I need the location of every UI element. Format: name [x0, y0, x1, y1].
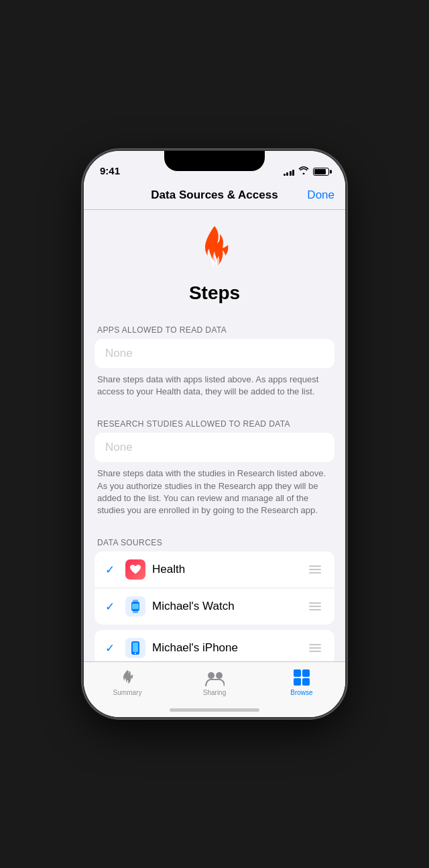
apps-allowed-card: None [95, 339, 334, 368]
research-studies-none: None [95, 433, 334, 462]
app-title: Steps [189, 282, 240, 304]
svg-rect-2 [133, 611, 138, 613]
nav-title: Data Sources & Access [151, 188, 278, 202]
wifi-icon [298, 166, 309, 176]
status-time: 9:41 [100, 165, 120, 176]
iphone-card: ✓ Michael's iPhone [95, 630, 334, 661]
iphone-device-icon [131, 641, 140, 655]
summary-tab-label: Summary [113, 689, 142, 696]
app-icon-section: Steps [84, 210, 345, 315]
status-icons [284, 166, 330, 176]
battery-icon [313, 168, 329, 176]
svg-rect-3 [132, 604, 139, 609]
research-studies-card: None [95, 433, 334, 462]
watch-source-name: Michael's Watch [152, 600, 300, 613]
heart-icon [129, 564, 141, 575]
research-studies-footer: Share steps data with the studies in Res… [84, 462, 345, 527]
home-indicator [170, 708, 259, 712]
watch-icon [125, 596, 145, 616]
svg-point-6 [135, 653, 136, 654]
source-row-iphone[interactable]: ✓ Michael's iPhone [95, 630, 334, 661]
source-row-health[interactable]: ✓ Health [95, 551, 334, 588]
nav-bar: Data Sources & Access Done [84, 180, 345, 210]
tab-browse[interactable]: Browse [258, 667, 345, 696]
watch-drag-handle[interactable] [306, 600, 324, 613]
research-studies-label: RESEARCH STUDIES ALLOWED TO READ DATA [84, 409, 345, 433]
health-icon [125, 559, 145, 580]
summary-icon [117, 667, 137, 688]
apps-allowed-none: None [95, 339, 334, 368]
notch [164, 151, 265, 171]
flame-icon [196, 226, 233, 274]
phone-frame: 9:41 [84, 151, 345, 717]
tab-sharing[interactable]: Sharing [171, 667, 258, 696]
sharing-tab-label: Sharing [203, 689, 226, 696]
data-sources-card: ✓ Health ✓ [95, 551, 334, 625]
iphone-drag-handle[interactable] [306, 641, 324, 655]
health-source-name: Health [152, 563, 300, 576]
iphone-icon [125, 638, 145, 658]
tab-summary[interactable]: Summary [84, 667, 171, 696]
done-button[interactable]: Done [307, 188, 334, 202]
sharing-icon [204, 667, 225, 688]
svg-rect-1 [133, 600, 138, 602]
svg-point-7 [208, 672, 214, 679]
iphone-source-name: Michael's iPhone [152, 641, 300, 655]
svg-rect-5 [133, 643, 138, 652]
data-sources-label: DATA SOURCES [84, 527, 345, 551]
svg-point-8 [216, 672, 223, 679]
health-checkmark: ✓ [105, 563, 119, 577]
browse-icon [292, 667, 312, 688]
apps-allowed-label: APPS ALLOWED TO READ DATA [84, 315, 345, 339]
scroll-content[interactable]: Steps APPS ALLOWED TO READ DATA None Sha… [84, 210, 345, 661]
source-row-watch[interactable]: ✓ Michael's Watch [95, 588, 334, 625]
screen: 9:41 [84, 151, 345, 717]
health-drag-handle[interactable] [306, 563, 324, 576]
signal-icon [284, 168, 295, 176]
app-icon [190, 226, 239, 274]
browse-tab-label: Browse [290, 689, 312, 696]
watch-checkmark: ✓ [105, 600, 119, 614]
apps-allowed-footer: Share steps data with apps listed above.… [84, 368, 345, 409]
iphone-checkmark: ✓ [105, 641, 119, 655]
watch-device-icon [129, 599, 141, 614]
